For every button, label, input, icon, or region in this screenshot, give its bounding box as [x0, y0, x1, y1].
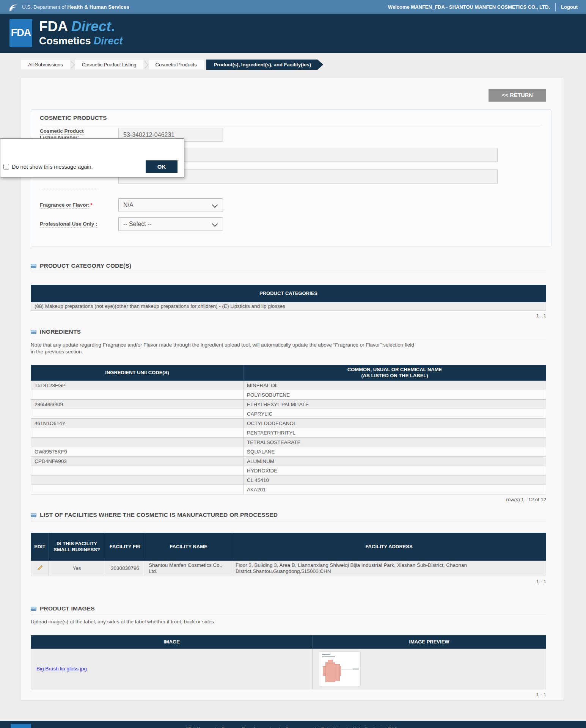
ingredient-row: CL 45410 [31, 475, 546, 485]
image-preview-cell [313, 648, 546, 689]
section-facilities: LIST OF FACILITIES WHERE THE COSMETIC IS… [31, 511, 546, 521]
image-filename-cell: Big Brush lip gloss.jpg [31, 648, 313, 689]
name-cell: OCTYLDODECANOL [244, 419, 546, 428]
breadcrumb-item-cosmetic-products[interactable]: Cosmetic Products [148, 60, 204, 70]
image-file-link[interactable]: Big Brush lip gloss.jpg [36, 666, 87, 672]
unii-cell: CPD4NFA903 [31, 457, 244, 466]
section-title: INGREDIENTS [40, 328, 81, 335]
facility-name-cell: Shantou Manfen Cosmetics Co., Ltd. [145, 561, 232, 576]
column-header-facility-address: FACILITY ADDRESS [232, 533, 546, 561]
footer: FDA FDA Home Browser Requirements Resour… [0, 721, 586, 728]
pagination-ingredients: row(s) 1 - 12 of 12 [31, 497, 546, 502]
unii-cell: GW89575KF9 [31, 447, 244, 457]
image-preview-thumbnail [319, 651, 361, 686]
facility-row: Yes 3030830796 Shantou Manfen Cosmetics … [31, 561, 546, 576]
welcome-text: Welcome MANFEN_FDA - SHANTOU MANFEN COSM… [388, 4, 550, 10]
ingredient-row: CPD4NFA903ALUMINUM [31, 457, 546, 466]
edit-facility-button[interactable] [31, 561, 49, 576]
table-row: (08) Makeup preparations (not eye)(other… [31, 302, 546, 311]
ingredient-row: PENTAERYTHRITYL [31, 428, 546, 438]
name-cell: CL 45410 [244, 475, 546, 485]
category-cell: (08) Makeup preparations (not eye)(other… [31, 302, 546, 311]
hhs-department-text: U.S. Department of Health & Human Servic… [22, 4, 129, 10]
column-header-edit: EDIT [31, 533, 49, 561]
column-header-image: IMAGE [31, 635, 313, 648]
ok-button[interactable]: OK [146, 160, 178, 173]
dont-show-again-checkbox[interactable] [3, 164, 9, 169]
name-cell: MINERAL OIL [244, 381, 546, 390]
name-cell: ETHYLHEXYL PALMITATE [244, 400, 546, 409]
panel-title: COSMETIC PRODUCTS [40, 115, 542, 125]
wordmark-line2: Cosmetics Direct [39, 36, 123, 46]
collapse-section-icon[interactable] [31, 607, 36, 611]
unii-cell [31, 475, 244, 485]
section-ingredients: INGREDIENTS [31, 328, 546, 338]
name-cell: ALUMINUM [244, 457, 546, 466]
collapse-section-icon[interactable] [31, 330, 36, 334]
header-divider [555, 3, 556, 11]
message-dialog: Do not show this message again. OK [0, 138, 184, 177]
section-title: PRODUCT IMAGES [40, 605, 95, 612]
name-cell: TETRALSOSTEARATE [244, 438, 546, 447]
ingredient-row: TETRALSOSTEARATE [31, 438, 546, 447]
name-cell: POLYISOBUTENE [244, 390, 546, 400]
collapse-section-icon[interactable] [31, 264, 36, 268]
section-title: LIST OF FACILITIES WHERE THE COSMETIC IS… [40, 511, 278, 518]
brand-header: FDA FDA Direct. Cosmetics Direct [0, 14, 586, 53]
unii-cell: 2865993309 [31, 400, 244, 409]
column-header-chemical-name: COMMON, USUAL OR CHEMICAL NAME (AS LISTE… [244, 365, 546, 381]
pagination-product-images: 1 - 1 [31, 692, 546, 697]
fda-logo: FDA [9, 19, 32, 47]
name-cell: HYDROXIDE [244, 466, 546, 475]
professional-use-select[interactable]: -- Select -- [118, 217, 223, 231]
collapse-section-icon[interactable] [31, 513, 36, 517]
professional-use-label: Professional Use Only : [40, 221, 112, 227]
ingredients-note: Note that any update regarding Fragrance… [31, 342, 546, 355]
name-cell: SQUALANE [244, 447, 546, 457]
ingredient-row: AKA201 [31, 485, 546, 494]
facility-address-cell: Floor 3, Building 3, Area B, Liannanxian… [232, 561, 546, 576]
footer-fda-logo: FDA [11, 724, 31, 728]
ingredient-row: CAPRYLIC [31, 409, 546, 419]
breadcrumb-item-active[interactable]: Product(s), Ingredient(s), and Facility(… [206, 60, 323, 70]
product-images-note: Upload image(s) of the label, any sides … [31, 618, 546, 625]
unii-cell [31, 428, 244, 438]
ingredient-row: T5L8T28FGPMINERAL OIL [31, 381, 546, 390]
unii-cell [31, 485, 244, 494]
section-product-category-codes: PRODUCT CATEGORY CODE(S) [31, 262, 546, 272]
pagination-product-categories: 1 - 1 [31, 313, 546, 318]
facility-fei-cell: 3030830796 [105, 561, 145, 576]
unii-cell [31, 409, 244, 419]
logout-link[interactable]: Logout [561, 4, 578, 10]
section-title: PRODUCT CATEGORY CODE(S) [40, 262, 131, 269]
product-image-row: Big Brush lip gloss.jpg [31, 648, 546, 689]
ingredients-table: INGREDIENT UNII CODE(S) COMMON, USUAL OR… [31, 365, 546, 494]
breadcrumb-item-cosmetic-product-listing[interactable]: Cosmetic Product Listing [75, 60, 144, 70]
dont-show-again-label: Do not show this message again. [12, 164, 93, 170]
unii-cell: 461N1O614Y [31, 419, 244, 428]
pagination-facilities: 1 - 1 [31, 579, 546, 584]
name-cell: AKA201 [244, 485, 546, 494]
unii-cell [31, 466, 244, 475]
cosmetic-products-panel: COSMETIC PRODUCTS Cosmetic Product Listi… [31, 109, 551, 246]
column-header-facility-fei: FACILITY FEI [105, 533, 145, 561]
facilities-table: EDIT IS THIS FACILITY SMALL BUSINESS? FA… [31, 533, 546, 576]
ingredient-row: POLYISOBUTENE [31, 390, 546, 400]
hhs-eagle-icon [8, 3, 18, 12]
fragrance-select[interactable]: N/A [118, 198, 223, 212]
breadcrumb-item-all-submissions[interactable]: All Submissions [21, 60, 70, 70]
ingredient-row: GW89575KF9SQUALANE [31, 447, 546, 457]
column-header-small-business: IS THIS FACILITY SMALL BUSINESS? [49, 533, 105, 561]
ingredient-row: HYDROXIDE [31, 466, 546, 475]
column-header-product-categories: PRODUCT CATEGORIES [31, 285, 546, 302]
name-cell: CAPRYLIC [244, 409, 546, 419]
wordmark-line1: FDA Direct. [39, 19, 123, 34]
breadcrumb: All Submissions Cosmetic Product Listing… [21, 60, 586, 70]
small-business-cell: Yes [49, 561, 105, 576]
hhs-top-bar: U.S. Department of Health & Human Servic… [0, 0, 586, 14]
required-asterisk: * [90, 202, 92, 208]
product-categories-table: PRODUCT CATEGORIES (08) Makeup preparati… [31, 285, 546, 311]
return-button[interactable]: << RETURN [489, 89, 546, 102]
ingredient-row: 2865993309ETHYLHEXYL PALMITATE [31, 400, 546, 409]
unii-cell [31, 438, 244, 447]
